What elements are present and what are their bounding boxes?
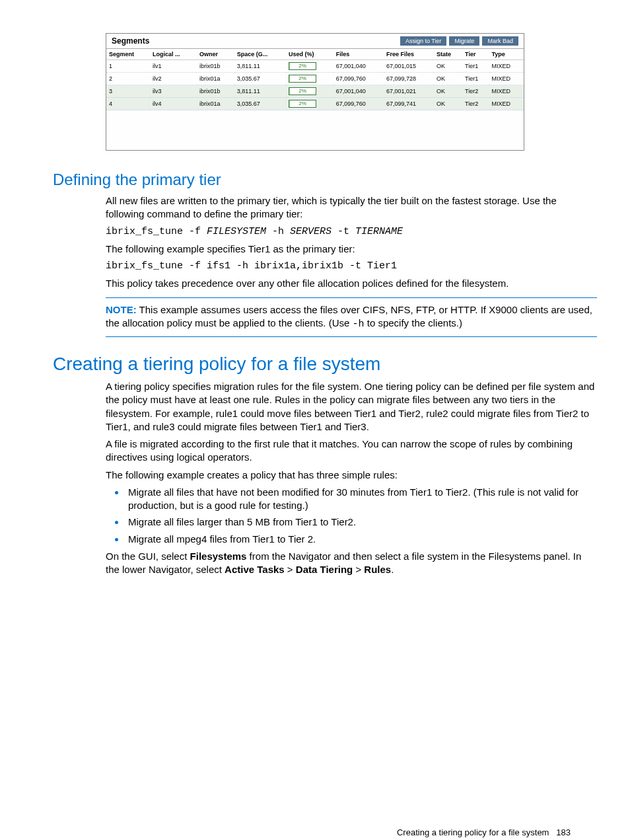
col-files: Files <box>333 49 384 60</box>
p-policy-intro: A tiering policy specifies migration rul… <box>106 380 597 434</box>
table-row[interactable]: 4ilv4ibrix01a3,035.672%67,099,76067,099,… <box>106 98 524 110</box>
col-free: Free Files <box>384 49 434 60</box>
table-header-row: Segment Logical ... Owner Space (G... Us… <box>106 49 524 60</box>
segments-panel-header: Segments Assign to Tier Migrate Mark Bad <box>106 34 524 49</box>
p-primary-example: The following example specifies Tier1 as… <box>106 243 597 256</box>
footer-text: Creating a tiering policy for a file sys… <box>397 827 549 837</box>
col-used: Used (%) <box>286 49 333 60</box>
segments-table: Segment Logical ... Owner Space (G... Us… <box>106 49 524 110</box>
col-segment: Segment <box>106 49 150 60</box>
col-logical: Logical ... <box>150 49 197 60</box>
used-bar: 2% <box>289 75 316 83</box>
col-space: Space (G... <box>234 49 286 60</box>
rules-list: Migrate all files that have not been mod… <box>106 486 597 546</box>
p-gui-nav: On the GUI, select Filesystems from the … <box>106 550 597 577</box>
migrate-button[interactable]: Migrate <box>449 36 479 46</box>
page-footer: Creating a tiering policy for a file sys… <box>20 827 571 837</box>
p-primary-intro: All new files are written to the primary… <box>106 194 597 221</box>
cmd-define-tier: ibrix_fs_tune -f FILESYSTEM -h SERVERS -… <box>106 225 597 239</box>
cmd-example-tier: ibrix_fs_tune -f ifs1 -h ibrix1a,ibrix1b… <box>106 260 597 273</box>
p-policy-example: The following example creates a policy t… <box>106 469 597 482</box>
p-primary-precedence: This policy takes precedence over any ot… <box>106 277 597 290</box>
list-item: Migrate all files larger than 5 MB from … <box>125 515 597 529</box>
table-row[interactable]: 2ilv2ibrix01a3,035.672%67,099,76067,099,… <box>106 73 524 85</box>
p-policy-scope: A file is migrated according to the firs… <box>106 438 597 465</box>
mark-bad-button[interactable]: Mark Bad <box>482 36 518 46</box>
table-row[interactable]: 1ilv1ibrix01b3,811.112%67,001,04067,001,… <box>106 60 524 73</box>
col-owner: Owner <box>197 49 234 60</box>
assign-to-tier-button[interactable]: Assign to Tier <box>400 36 447 46</box>
panel-title: Segments <box>112 36 149 46</box>
section-heading-primary-tier: Defining the primary tier <box>53 171 610 189</box>
used-bar: 2% <box>289 62 316 70</box>
list-item: Migrate all mpeg4 files from Tier1 to Ti… <box>125 533 597 546</box>
table-row[interactable]: 3ilv3ibrix01b3,811.112%67,001,04067,001,… <box>106 85 524 98</box>
page-number: 183 <box>556 827 571 837</box>
used-bar: 2% <box>289 100 316 108</box>
col-tier: Tier <box>462 49 489 60</box>
used-bar: 2% <box>289 87 316 95</box>
col-state: State <box>434 49 462 60</box>
col-type: Type <box>489 49 524 60</box>
segments-panel: Segments Assign to Tier Migrate Mark Bad… <box>106 33 524 151</box>
section-heading-tiering-policy: Creating a tiering policy for a file sys… <box>53 354 610 375</box>
note-label: NOTE: <box>106 304 137 315</box>
note-block: NOTE: This example assumes users access … <box>106 297 597 338</box>
list-item: Migrate all files that have not been mod… <box>125 486 597 513</box>
